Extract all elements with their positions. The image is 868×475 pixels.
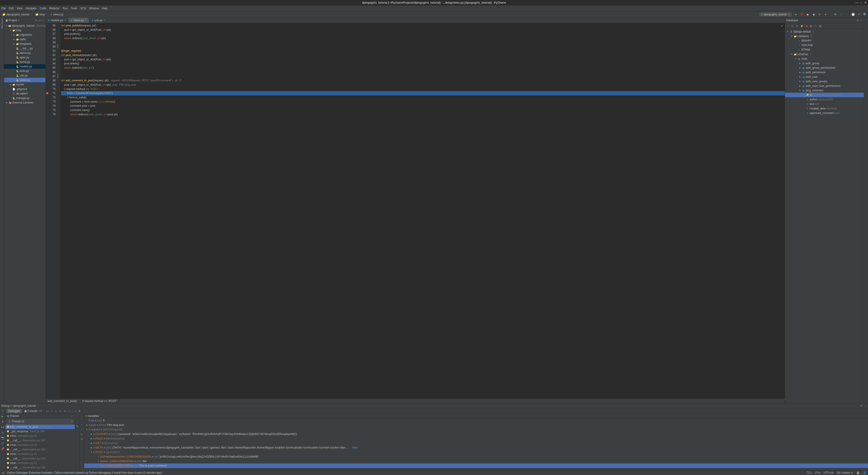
variable-row[interactable]: ▶≡ COOKIES = {dict} {'sessionid': 'w3ie2…	[84, 432, 868, 436]
commit-button[interactable]: ✓	[839, 13, 843, 16]
menu-vcs[interactable]: VCS	[80, 7, 86, 10]
db-item[interactable]: ▶▦auth_group	[785, 61, 864, 66]
variable-row[interactable]: s 'author' (139923458829704) = {str} 'Me…	[84, 459, 868, 464]
db-item[interactable]: ▶▦auth_permission	[785, 70, 864, 74]
duplicate-button[interactable]: ⧉	[791, 24, 794, 28]
concurrency-button[interactable]: ≡	[818, 13, 822, 16]
project-item[interactable]: 🗄db.sqlite3	[4, 91, 45, 96]
variable-row[interactable]: ▶≡ META = {dict} {'PATH': '/home/filippo…	[84, 445, 868, 450]
minimize-icon[interactable]: —	[856, 1, 858, 4]
project-item[interactable]: 🐍urls.py	[4, 73, 45, 78]
stack-frame[interactable]: ⬢inner, exception.py:41	[5, 452, 75, 456]
coverage-button[interactable]: ▶	[806, 13, 810, 16]
gutter[interactable]: 5556575859606162636465666768697071727374…	[46, 23, 57, 399]
stack-frame[interactable]: ⬢_get_response, base.py:185	[5, 429, 75, 434]
pull-button[interactable]: ↓	[845, 13, 849, 16]
variable-row[interactable]: s 'csrfmiddlewaretoken' (139923459050424…	[84, 454, 868, 459]
var-down-button[interactable]: ↓	[81, 428, 83, 431]
project-item[interactable]: 🐍manage.py	[4, 96, 45, 100]
db-item[interactable]: 🔑id integer (auto increment)	[785, 93, 864, 97]
gear-icon[interactable]: ⚙	[860, 404, 863, 407]
jump-to-console-button[interactable]: ⚡	[800, 24, 804, 28]
force-step-into-button[interactable]: ⇲	[64, 409, 66, 413]
lock-icon[interactable]: 🔒	[856, 471, 860, 474]
stack-frame[interactable]: ⬢inner, exception.py:41	[5, 434, 75, 438]
variable-row[interactable]: ▶≡ post = {Post} Fifth blog post	[84, 423, 868, 427]
maximize-icon[interactable]: □	[861, 1, 862, 4]
db-item[interactable]: ▼📁collations3	[785, 34, 864, 38]
event-log-icon[interactable]: ▣	[2, 471, 4, 474]
stack-frame[interactable]: ⬢__call__, deprecation.py:140	[5, 438, 75, 443]
add-datasource-button[interactable]: ＋	[786, 24, 789, 28]
var-up-button[interactable]: ↑	[81, 423, 83, 426]
gear-icon[interactable]: ⚙	[35, 19, 37, 22]
menu-view[interactable]: View	[17, 7, 23, 10]
stack-frame[interactable]: ⬢inner, exception.py:41	[5, 443, 75, 447]
project-item[interactable]: 🐍tests.py	[4, 69, 45, 73]
db-item[interactable]: ▼🗄Django default1	[785, 29, 864, 34]
step-over-button[interactable]: ⤵	[51, 409, 52, 413]
db-item[interactable]: ▯author varchar(200)	[785, 97, 864, 102]
inspection-ok-icon[interactable]: ✔	[781, 24, 783, 28]
run-button[interactable]: ▶	[794, 13, 798, 16]
project-view-selector[interactable]: ▣ Project ▾	[5, 19, 19, 22]
project-item[interactable]: 🐍views.py	[4, 78, 45, 82]
step-out-button[interactable]: ↗	[68, 409, 70, 413]
db-item[interactable]: ▶▦auth_user_groups	[785, 79, 864, 84]
menu-window[interactable]: Window	[89, 7, 99, 10]
menu-run[interactable]: Run	[63, 7, 68, 10]
thread-selector[interactable]: ⏸ Thread-12 ▾	[6, 419, 74, 424]
pin-button[interactable]: 📌	[1, 447, 4, 450]
db-item[interactable]: ▼📁schemas1	[785, 52, 864, 57]
db-item[interactable]: ▶▦auth_group_permissions	[785, 66, 864, 70]
close-tab-icon[interactable]: ✕	[103, 19, 105, 22]
stack-frame[interactable]: ⬢add_comment_to_post, views.py:71	[5, 424, 75, 429]
db-item[interactable]: ▼▦blog_comment	[785, 88, 864, 93]
db-item[interactable]: ▶▦auth_user_user_permissions	[785, 84, 864, 88]
view-breakpoints-button[interactable]: ●●	[1, 425, 4, 429]
project-item[interactable]: 📄.gitignore	[4, 87, 45, 91]
variable-row[interactable]: ▶≡ FILES = {MultiValueDict}	[84, 436, 868, 441]
menu-navigate[interactable]: Navigate	[26, 7, 36, 10]
ddl-button[interactable]: ✎	[814, 24, 817, 28]
encoding[interactable]: UTF-8≑	[824, 471, 834, 474]
menu-refactor[interactable]: Refactor	[49, 7, 60, 10]
refresh-button[interactable]: ⟳	[796, 24, 798, 28]
editor-tab[interactable]: ●views.py✕	[68, 18, 89, 23]
variable-row[interactable]: ▼≡ POST = {QueryDict}	[84, 450, 868, 454]
git-branch[interactable]: Git: master ≑	[837, 471, 853, 474]
menu-file[interactable]: File	[1, 7, 6, 10]
db-item[interactable]: ▶▦auth_user	[785, 74, 864, 79]
frame-up-button[interactable]: ↑	[77, 415, 78, 418]
search-icon[interactable]: 🔍	[863, 13, 867, 16]
project-item[interactable]: 🐍__init__.py	[4, 46, 45, 51]
project-item[interactable]: 🐍models.py	[4, 64, 45, 69]
resume-button[interactable]: ▶	[2, 415, 4, 418]
db-item[interactable]: ▼◆main	[785, 57, 864, 61]
db-item[interactable]: ⫯RTRIM	[785, 48, 864, 52]
editor-tab[interactable]: ●urls.py✕	[89, 18, 108, 23]
project-item[interactable]: ▼📁blog	[4, 28, 45, 33]
menu-edit[interactable]: Edit	[9, 7, 13, 10]
filter-button[interactable]: ▦	[810, 24, 812, 28]
disconnect-button[interactable]: ■	[806, 24, 807, 28]
step-into-button[interactable]: ↘	[55, 409, 57, 413]
code-editor[interactable]: def post_publish(request, pk): post = ge…	[60, 23, 785, 399]
menu-code[interactable]: Code	[39, 7, 46, 10]
project-item[interactable]: ▶📁migrations	[4, 33, 45, 37]
db-item[interactable]: ▯approved_comment bool	[785, 111, 864, 115]
editor-tab[interactable]: ●models.py✕	[46, 18, 68, 23]
hector-icon[interactable]: 👤	[863, 471, 866, 474]
db-item[interactable]: ▯text text	[785, 102, 864, 106]
stack-frame[interactable]: ⬢__call__, deprecation.py:140	[5, 447, 75, 452]
db-item[interactable]: ▯created_date datetime	[785, 106, 864, 111]
close-icon[interactable]: ✕	[864, 1, 867, 4]
status-message[interactable]: Python Debugger Extension Available: Cyt…	[7, 471, 162, 474]
profile-button[interactable]: ◉	[812, 13, 815, 16]
hide-icon[interactable]: —	[860, 19, 863, 22]
project-item[interactable]: 🐍apps.py	[4, 55, 45, 60]
crumb-statement[interactable]: if request.method == "POST"	[82, 400, 117, 403]
project-item[interactable]: ▼📂djangogirls_tutorial ~/Pycharm	[4, 24, 45, 28]
structure-tool-button[interactable]: Structure	[1, 19, 3, 29]
close-tab-icon[interactable]: ✕	[85, 19, 87, 22]
